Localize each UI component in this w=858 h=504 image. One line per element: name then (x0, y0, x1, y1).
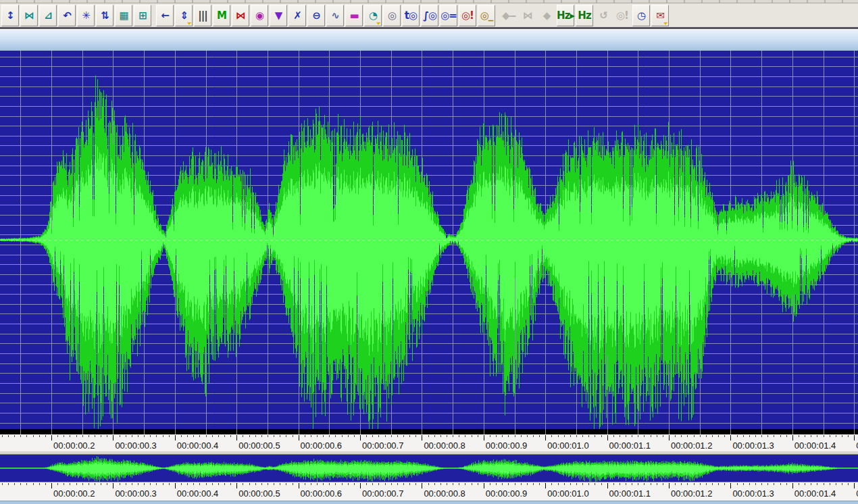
minor-tick (95, 435, 95, 437)
shape-volume-button[interactable]: ↕ (1, 5, 19, 26)
playback-rate-button[interactable]: ◎! (459, 5, 476, 26)
minor-tick (836, 435, 836, 437)
spectrum-filter-button[interactable]: ▬ (345, 5, 363, 26)
minor-tick (156, 483, 157, 485)
fade-button[interactable]: ⊿ (39, 5, 57, 26)
cycle-button: ↺ (595, 5, 612, 26)
minor-tick (169, 483, 170, 485)
time-label: 00:00:00.4 (177, 488, 218, 499)
minor-tick (582, 483, 583, 485)
effects-toolbar: ↕⋈⊿↶✳⇅▦⊞←⇕|||M⋈◉▼✗⊖∿▬◔◎t◎∫◎◎=◎!◎_◆‒⋈◆Hz▸… (0, 3, 858, 27)
major-tick (299, 483, 299, 488)
control-knob-icon: ◎! (616, 6, 628, 25)
playback-rate-icon: ◎! (461, 6, 474, 25)
minor-tick (126, 483, 126, 485)
minor-tick (120, 435, 120, 437)
mechanize-button[interactable]: ✳ (77, 5, 95, 26)
minor-tick (8, 435, 9, 437)
noise-gate-button[interactable]: ⋈ (232, 5, 249, 26)
doppler-button[interactable]: ⋈ (20, 5, 38, 26)
resample-hz-button[interactable]: Hz (576, 5, 593, 26)
pop-click-removal-button[interactable]: ✗ (288, 5, 306, 26)
gridline-tick-band (0, 429, 858, 434)
minor-tick (558, 483, 559, 485)
minor-tick (842, 483, 842, 485)
reverb-button[interactable]: ◔ (364, 5, 382, 26)
major-tick (299, 435, 299, 440)
major-tick (360, 483, 361, 488)
resample-button[interactable]: ◎_ (478, 5, 495, 26)
dynamics-button[interactable]: ◎= (440, 5, 457, 26)
minor-tick (348, 435, 349, 437)
time-label: 00:00:00.3 (115, 488, 156, 499)
minor-tick (434, 483, 435, 485)
silence-reduction-button[interactable]: ⊖ (307, 5, 325, 26)
minor-tick (317, 483, 318, 485)
time-warp-button[interactable]: t◎ (402, 5, 420, 26)
minor-tick (842, 435, 842, 437)
minor-tick (181, 483, 182, 485)
smoother-button[interactable]: ∿ (326, 5, 344, 26)
equalizer-button[interactable]: ||| (194, 5, 211, 26)
maximize-volume-button[interactable]: ⊞ (134, 5, 151, 26)
mixer-button[interactable]: ▦ (115, 5, 132, 26)
major-tick (854, 483, 855, 488)
noise-reduction-button[interactable]: ▼ (270, 5, 287, 26)
main-time-axis[interactable]: 00:00:00.200:00:00.300:00:00.400:00:00.5… (0, 434, 858, 452)
major-tick (669, 435, 670, 440)
overview-waveform-canvas[interactable] (0, 454, 858, 482)
minor-tick (378, 483, 379, 485)
audio-editor-window: ↕⋈⊿↶✳⇅▦⊞←⇕|||M⋈◉▼✗⊖∿▬◔◎t◎∫◎◎=◎!◎_◆‒⋈◆Hz▸… (0, 0, 858, 504)
minor-tick (274, 483, 274, 485)
crossfade-icon: ⋈ (523, 6, 532, 25)
visual-eq-button[interactable]: ◉ (251, 5, 268, 26)
major-tick (484, 435, 484, 440)
minor-tick (743, 435, 744, 437)
offset-button[interactable]: ⇅ (96, 5, 113, 26)
clock-button[interactable]: ◷ (632, 5, 650, 26)
silence-reduction-icon: ⊖ (312, 6, 320, 25)
minor-tick (811, 483, 811, 485)
minor-tick (372, 483, 373, 485)
minor-tick (527, 483, 528, 485)
minor-tick (527, 435, 528, 437)
minor-tick (366, 483, 367, 485)
minor-tick (280, 483, 280, 485)
minor-tick (305, 483, 305, 485)
shift-left-button[interactable]: ← (156, 5, 174, 26)
main-waveform-canvas[interactable] (0, 51, 858, 429)
minor-tick (551, 435, 552, 437)
playback-rate-hz-button[interactable]: Hz▸ (557, 5, 574, 26)
control-knob-button: ◎! (613, 5, 631, 26)
minor-tick (774, 483, 774, 485)
major-tick (792, 483, 793, 488)
invert-button[interactable]: ↶ (58, 5, 76, 26)
minor-tick (478, 435, 478, 437)
minor-tick (385, 435, 386, 437)
minor-tick (712, 483, 713, 485)
voice-over-button[interactable]: ✉ (651, 5, 669, 26)
minor-tick (743, 483, 744, 485)
time-label: 00:00:00.6 (301, 440, 342, 451)
visual-eq-icon: ◉ (255, 6, 263, 25)
major-tick (484, 483, 484, 488)
minor-tick (576, 483, 577, 485)
compressor-expander-button[interactable]: M (213, 5, 230, 26)
volume-button[interactable]: ⇕ (175, 5, 193, 26)
major-tick (236, 483, 237, 488)
pitch-icon: ◎ (388, 6, 396, 25)
minor-tick (805, 435, 805, 437)
minor-tick (193, 483, 194, 485)
pitch-button[interactable]: ◎ (383, 5, 401, 26)
minor-tick (533, 435, 534, 437)
minor-tick (521, 483, 522, 485)
overview-time-axis[interactable]: 00:00:00.200:00:00.300:00:00.400:00:00.5… (0, 482, 858, 501)
major-tick (607, 483, 608, 488)
minor-tick (293, 483, 293, 485)
minor-tick (255, 483, 256, 485)
minor-tick (515, 483, 515, 485)
noise-reduction-icon: ▼ (275, 6, 282, 25)
time-label: 00:00:00.7 (362, 440, 403, 451)
flanger-button[interactable]: ∫◎ (421, 5, 438, 26)
minor-tick (280, 435, 280, 437)
